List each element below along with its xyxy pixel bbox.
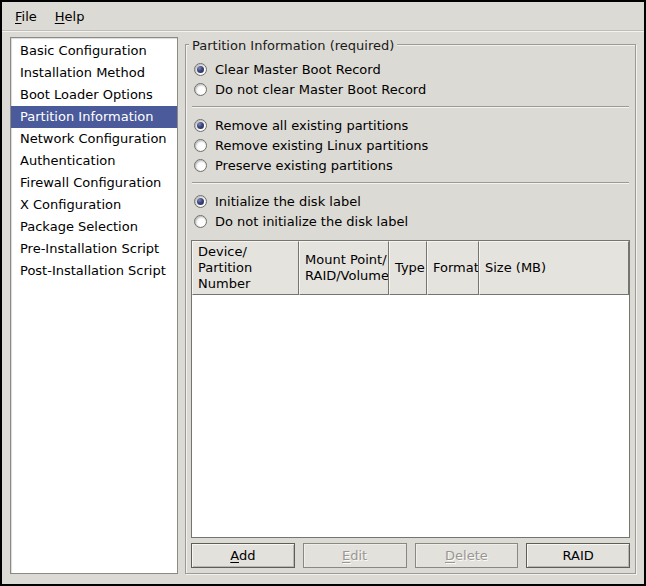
add-button[interactable]: Add	[191, 543, 295, 568]
sidebar-item-pre-installation-script[interactable]: Pre-Installation Script	[11, 238, 177, 260]
radio-button-icon[interactable]	[194, 215, 207, 228]
frame-title: Partition Information (required)	[189, 38, 397, 53]
sidebar-item-firewall-configuration[interactable]: Firewall Configuration	[11, 172, 177, 194]
column-header-format[interactable]: Format	[427, 241, 479, 295]
mbr-radio-group: Clear Master Boot Record Do not clear Ma…	[191, 57, 630, 101]
raid-button[interactable]: RAID	[526, 543, 630, 568]
radio-label: Do not clear Master Boot Record	[215, 82, 426, 97]
sidebar-item-installation-method[interactable]: Installation Method	[11, 62, 177, 84]
radio-button-icon[interactable]	[194, 195, 207, 208]
menu-help-label: elp	[65, 9, 85, 24]
sidebar-item-boot-loader-options[interactable]: Boot Loader Options	[11, 84, 177, 106]
sidebar-item-basic-configuration[interactable]: Basic Configuration	[11, 40, 177, 62]
column-header-mount-point-raid-volume[interactable]: Mount Point/ RAID/Volume	[299, 241, 389, 295]
menubar: File Help	[2, 2, 644, 31]
radio-label: Clear Master Boot Record	[215, 62, 381, 77]
edit-button[interactable]: Edit	[303, 543, 407, 568]
separator	[192, 106, 629, 108]
button-label: RAID	[563, 548, 594, 563]
radio-button-icon[interactable]	[194, 83, 207, 96]
button-label: dd	[239, 548, 256, 563]
radio-button-icon[interactable]	[194, 63, 207, 76]
sidebar-item-post-installation-script[interactable]: Post-Installation Script	[11, 260, 177, 282]
menu-help-mnemonic: H	[55, 9, 65, 24]
partition-table-body[interactable]	[192, 295, 629, 537]
radio-button-icon[interactable]	[194, 139, 207, 152]
radio-button-icon[interactable]	[194, 119, 207, 132]
radio-label: Remove existing Linux partitions	[215, 138, 428, 153]
sidebar-section-list: Basic Configuration Installation Method …	[10, 37, 178, 574]
separator	[192, 182, 629, 184]
disk-label-radio-group: Initialize the disk label Do not initial…	[191, 189, 630, 233]
partition-table: Device/ Partition Number Mount Point/ RA…	[191, 240, 630, 538]
partition-button-row: Add Edit Delete RAID	[191, 543, 630, 568]
column-header-type[interactable]: Type	[389, 241, 427, 295]
radio-do-not-initialize-disk-label[interactable]: Do not initialize the disk label	[191, 211, 630, 231]
column-header-size-mb[interactable]: Size (MB)	[479, 241, 629, 295]
button-label: elete	[455, 548, 488, 563]
radio-label: Remove all existing partitions	[215, 118, 408, 133]
partition-information-panel: Partition Information (required) Clear M…	[185, 37, 636, 574]
button-mnemonic: A	[230, 548, 239, 563]
menu-file-label: ile	[22, 9, 37, 24]
menu-help[interactable]: Help	[46, 5, 94, 28]
radio-initialize-disk-label[interactable]: Initialize the disk label	[191, 191, 630, 211]
radio-remove-linux-partitions[interactable]: Remove existing Linux partitions	[191, 135, 630, 155]
delete-button[interactable]: Delete	[415, 543, 519, 568]
radio-preserve-partitions[interactable]: Preserve existing partitions	[191, 155, 630, 175]
partition-table-header: Device/ Partition Number Mount Point/ RA…	[192, 241, 629, 295]
radio-clear-mbr[interactable]: Clear Master Boot Record	[191, 59, 630, 79]
radio-remove-all-partitions[interactable]: Remove all existing partitions	[191, 115, 630, 135]
sidebar-item-x-configuration[interactable]: X Configuration	[11, 194, 177, 216]
column-header-device-partition-number[interactable]: Device/ Partition Number	[192, 241, 299, 295]
existing-partitions-radio-group: Remove all existing partitions Remove ex…	[191, 113, 630, 177]
button-mnemonic: D	[445, 548, 455, 563]
sidebar-item-package-selection[interactable]: Package Selection	[11, 216, 177, 238]
sidebar-item-partition-information[interactable]: Partition Information	[11, 106, 177, 128]
radio-label: Preserve existing partitions	[215, 158, 393, 173]
main-area: Basic Configuration Installation Method …	[2, 31, 644, 584]
radio-do-not-clear-mbr[interactable]: Do not clear Master Boot Record	[191, 79, 630, 99]
sidebar-item-network-configuration[interactable]: Network Configuration	[11, 128, 177, 150]
menu-file[interactable]: File	[6, 5, 46, 28]
button-label: dit	[350, 548, 367, 563]
partition-information-frame: Partition Information (required) Clear M…	[185, 44, 636, 574]
radio-button-icon[interactable]	[194, 159, 207, 172]
radio-label: Do not initialize the disk label	[215, 214, 408, 229]
radio-label: Initialize the disk label	[215, 194, 361, 209]
sidebar-item-authentication[interactable]: Authentication	[11, 150, 177, 172]
kickstart-configurator-window: File Help Basic Configuration Installati…	[0, 0, 646, 586]
